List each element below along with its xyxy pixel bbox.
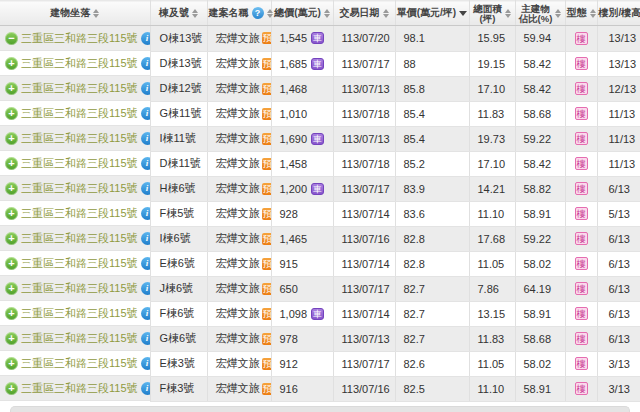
transaction-date: 113/07/17 xyxy=(333,176,395,201)
address-link[interactable]: 三重區三和路三段115號 xyxy=(21,156,138,171)
expand-row-icon[interactable]: + xyxy=(5,57,18,70)
info-icon[interactable]: i xyxy=(141,232,150,245)
address-link[interactable]: 三重區三和路三段115號 xyxy=(21,31,138,46)
expand-row-icon[interactable]: + xyxy=(5,107,18,120)
address-link[interactable]: 三重區三和路三段115號 xyxy=(21,106,138,121)
project-name: 宏燁文旅 xyxy=(216,306,260,321)
info-icon[interactable]: i xyxy=(141,32,150,45)
expand-row-icon[interactable]: + xyxy=(5,182,18,195)
transaction-row: +三重區三和路三段115號iF棟6號宏燁文旅預1,098車113/07/1482… xyxy=(0,301,640,326)
transaction-date: 113/07/18 xyxy=(333,151,395,176)
info-icon[interactable]: i xyxy=(141,307,150,320)
presale-badge: 預 xyxy=(262,108,272,120)
type-cell: 樓 xyxy=(565,201,597,226)
col-header-total-price[interactable]: 總價(萬元) xyxy=(271,1,333,26)
info-icon[interactable]: i xyxy=(141,257,150,270)
presale-badge: 預 xyxy=(262,383,272,395)
project-cell: 宏燁文旅預 xyxy=(207,326,271,351)
project-cell: 宏燁文旅預 xyxy=(207,26,271,52)
info-icon[interactable]: i xyxy=(141,207,150,220)
total-area-value: 17.68 xyxy=(469,226,515,251)
collapse-row-icon[interactable]: − xyxy=(5,32,18,45)
transaction-date: 113/07/13 xyxy=(333,126,395,151)
address-link[interactable]: 三重區三和路三段115號 xyxy=(21,306,138,321)
address-link[interactable]: 三重區三和路三段115號 xyxy=(21,206,138,221)
expand-row-icon[interactable]: + xyxy=(5,82,18,95)
address-cell: +三重區三和路三段115號i xyxy=(0,276,150,301)
sort-toggle-icon[interactable] xyxy=(590,9,596,18)
address-link[interactable]: 三重區三和路三段115號 xyxy=(21,181,138,196)
address-link[interactable]: 三重區三和路三段115號 xyxy=(21,331,138,346)
unit-price-value: 85.4 xyxy=(395,126,469,151)
sort-toggle-icon[interactable] xyxy=(267,9,273,18)
info-icon[interactable]: i xyxy=(141,382,150,395)
col-header-unit-price[interactable]: 單價(萬元/坪) xyxy=(395,1,469,26)
address-link[interactable]: 三重區三和路三段115號 xyxy=(21,231,138,246)
sort-toggle-icon[interactable] xyxy=(505,9,511,18)
info-icon[interactable]: i xyxy=(141,107,150,120)
info-icon[interactable]: i xyxy=(141,332,150,345)
floor-value: 6/13 xyxy=(597,276,640,301)
address-link[interactable]: 三重區三和路三段115號 xyxy=(21,256,138,271)
col-header-area[interactable]: 總面積(坪) xyxy=(469,1,515,26)
project-name: 宏燁文旅 xyxy=(216,231,260,246)
transaction-date: 113/07/20 xyxy=(333,26,395,52)
type-cell: 樓 xyxy=(565,226,597,251)
project-name: 宏燁文旅 xyxy=(216,206,260,221)
info-icon[interactable]: i xyxy=(141,357,150,370)
sort-toggle-icon[interactable] xyxy=(192,9,198,18)
presale-badge: 預 xyxy=(262,208,272,220)
unit-price-value: 82.5 xyxy=(395,376,469,401)
project-cell: 宏燁文旅預 xyxy=(207,276,271,301)
expand-row-icon[interactable]: + xyxy=(5,257,18,270)
expand-row-icon[interactable]: + xyxy=(5,232,18,245)
project-cell: 宏燁文旅預 xyxy=(207,301,271,326)
sort-desc-icon[interactable] xyxy=(459,11,467,16)
info-icon[interactable]: i xyxy=(141,157,150,170)
building-number: D棟12號 xyxy=(150,76,207,101)
sort-toggle-icon[interactable] xyxy=(93,9,99,18)
help-icon[interactable]: ? xyxy=(252,7,264,19)
address-link[interactable]: 三重區三和路三段115號 xyxy=(21,356,138,371)
info-icon[interactable]: i xyxy=(141,132,150,145)
project-name: 宏燁文旅 xyxy=(216,356,260,371)
expand-row-icon[interactable]: + xyxy=(5,307,18,320)
info-icon[interactable]: i xyxy=(141,57,150,70)
expand-row-icon[interactable]: + xyxy=(5,382,18,395)
sort-toggle-icon[interactable] xyxy=(383,9,389,18)
transaction-row: −三重區三和路三段115號iO棟13號宏燁文旅預1,545車113/07/209… xyxy=(0,26,640,52)
address-link[interactable]: 三重區三和路三段115號 xyxy=(21,81,138,96)
project-cell: 宏燁文旅預 xyxy=(207,151,271,176)
col-header-project[interactable]: 建案名稱 ? xyxy=(207,1,271,26)
expand-row-icon[interactable]: + xyxy=(5,332,18,345)
expand-row-icon[interactable]: + xyxy=(5,282,18,295)
building-type-badge: 樓 xyxy=(575,307,588,320)
col-header-address[interactable]: 建物坐落 xyxy=(0,1,150,26)
main-building-ratio: 58.42 xyxy=(515,76,565,101)
col-header-building[interactable]: 棟及號 xyxy=(150,1,207,26)
info-icon[interactable]: i xyxy=(141,182,150,195)
expand-row-icon[interactable]: + xyxy=(5,357,18,370)
address-link[interactable]: 三重區三和路三段115號 xyxy=(21,281,138,296)
building-number: G棟6號 xyxy=(150,326,207,351)
col-header-main-ratio[interactable]: 主建物佔比(%) xyxy=(515,1,565,26)
building-number: F棟3號 xyxy=(150,376,207,401)
expand-row-icon[interactable]: + xyxy=(5,207,18,220)
col-header-date[interactable]: 交易日期 xyxy=(333,1,395,26)
transaction-date: 113/07/14 xyxy=(333,301,395,326)
sort-toggle-icon[interactable] xyxy=(324,9,330,18)
type-cell: 樓 xyxy=(565,176,597,201)
project-name: 宏燁文旅 xyxy=(216,381,260,396)
col-header-floor[interactable]: 樓別/樓高 xyxy=(597,1,640,26)
address-link[interactable]: 三重區三和路三段115號 xyxy=(21,381,138,396)
sort-toggle-icon[interactable] xyxy=(555,9,561,18)
info-icon[interactable]: i xyxy=(141,282,150,295)
col-header-type[interactable]: 型態 xyxy=(565,1,597,26)
expand-row-icon[interactable]: + xyxy=(5,132,18,145)
total-price-cell: 912 xyxy=(271,351,333,376)
info-icon[interactable]: i xyxy=(141,82,150,95)
address-link[interactable]: 三重區三和路三段115號 xyxy=(21,131,138,146)
project-name: 宏燁文旅 xyxy=(216,131,260,146)
expand-row-icon[interactable]: + xyxy=(5,157,18,170)
address-link[interactable]: 三重區三和路三段115號 xyxy=(21,56,138,71)
